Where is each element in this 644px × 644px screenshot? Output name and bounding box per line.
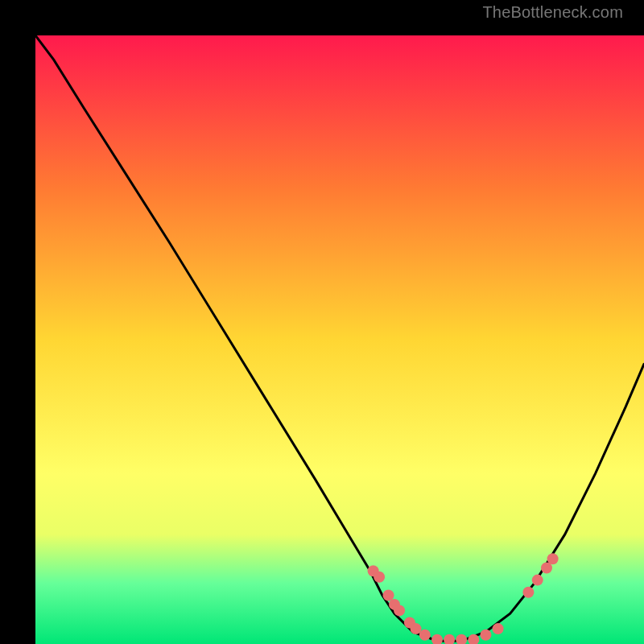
marker-dot — [532, 575, 543, 586]
marker-dot — [480, 630, 491, 641]
marker-dot — [547, 553, 559, 564]
marker-dot — [419, 630, 431, 641]
marker-dot — [374, 572, 385, 583]
marker-dot — [383, 590, 394, 601]
marker-dot — [394, 605, 405, 616]
marker-dot — [522, 587, 534, 598]
marker-dot — [493, 623, 504, 634]
plot-frame — [18, 18, 626, 626]
watermark-text: TheBottleneck.com — [482, 3, 623, 22]
chart-svg — [35, 35, 644, 644]
